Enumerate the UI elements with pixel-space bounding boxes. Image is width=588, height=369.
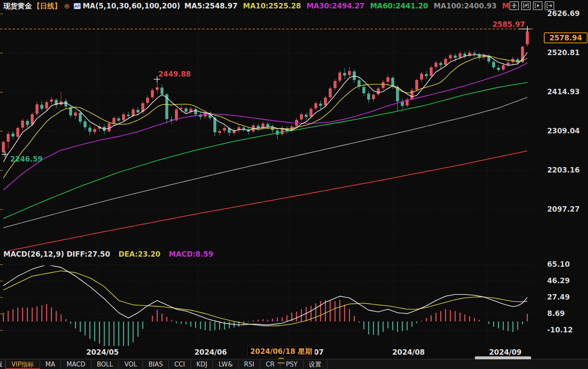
add-compare-icon[interactable]: ⊕ — [64, 2, 69, 10]
macd-axis-label: -10.12 — [547, 326, 588, 334]
candle — [526, 32, 529, 45]
mini-chart-icon — [74, 3, 81, 9]
candle — [88, 127, 91, 132]
candle — [261, 124, 264, 128]
candle — [136, 110, 139, 112]
ma-value-5: M — [502, 2, 509, 10]
candle — [218, 131, 221, 133]
candle — [434, 63, 437, 67]
candle — [79, 113, 82, 122]
candle — [223, 128, 226, 130]
exit-pane-icon[interactable] — [545, 1, 554, 10]
toolbar-tab-MACD[interactable]: MACD — [61, 360, 91, 369]
ma-value-4: MA100:2400.93 — [434, 2, 497, 10]
ma-values-row: MA5:2548.97MA10:2525.28MA30:2494.27MA60:… — [184, 2, 515, 10]
toolbar-tab-BIAS[interactable]: BIAS — [143, 360, 169, 369]
candle — [2, 142, 5, 153]
ma-value-1: MA10:2525.28 — [243, 2, 301, 10]
candle — [415, 80, 418, 90]
chart-header: 现货黄金 【日线】 ⊕ MA(5,10,30,60,100,200) MA5:2… — [0, 0, 588, 12]
pan-icon[interactable] — [509, 1, 519, 10]
candle — [314, 103, 317, 108]
symbol-title: 现货黄金 — [3, 1, 32, 11]
candle — [300, 114, 303, 119]
candle — [507, 63, 510, 65]
chart-plot-area[interactable]: 2585.97 2449.88 2246.59 2578.94 MACD(26,… — [0, 12, 588, 346]
candle — [266, 124, 269, 127]
candle — [324, 98, 327, 105]
toolbar-tab-RSI[interactable]: RSI — [239, 360, 260, 369]
candle — [26, 121, 29, 125]
candle — [449, 55, 452, 58]
candle — [473, 53, 476, 54]
candle — [367, 94, 370, 100]
candle — [502, 65, 505, 70]
macd-axis-label: 27.49 — [547, 293, 588, 301]
price-axis-label: 2203.16 — [547, 166, 588, 174]
candle — [160, 88, 163, 94]
ma-value-3: MA60:2441.20 — [370, 2, 428, 10]
candle — [16, 128, 19, 137]
candle — [444, 59, 447, 65]
candle — [112, 118, 115, 123]
toolbar-tab-VIP指标[interactable]: VIP指标 — [5, 360, 40, 369]
period-label: 【日线】 — [33, 1, 61, 11]
crosshair-date-tooltip: 2024/06/18 星期二 — [247, 346, 315, 356]
play-pane-icon[interactable] — [533, 1, 543, 10]
macd-axis-label: 46.29 — [547, 276, 588, 285]
candle — [439, 63, 442, 65]
candle — [497, 68, 500, 70]
toolbar-tab-设置[interactable]: 设置 — [303, 360, 327, 369]
candlestick-macd-canvas[interactable] — [0, 12, 588, 346]
date-axis-label: 2024/09 — [489, 348, 521, 356]
candle — [401, 102, 404, 106]
candle — [425, 74, 428, 76]
indicator-toolbar: 版 VIP指标MAMACDBOLLVOLBIASCCIKDJLW&RSICRPS… — [0, 359, 588, 369]
candle — [372, 95, 375, 99]
ma-params-label: MA(5,10,30,60,100,200) — [82, 2, 180, 10]
candle — [329, 88, 332, 97]
candle — [430, 67, 433, 76]
candle — [84, 121, 87, 127]
candle — [151, 90, 154, 98]
candle — [127, 115, 130, 117]
toolbar-tab-CCI[interactable]: CCI — [169, 360, 191, 369]
candle — [410, 90, 413, 99]
toolbar-clipped-item[interactable]: 版 — [0, 360, 5, 369]
candle — [50, 100, 53, 102]
candle — [93, 129, 96, 132]
date-axis-label: 2024/05 — [86, 348, 119, 356]
candle — [319, 104, 322, 106]
candle — [74, 112, 77, 116]
candle — [122, 114, 125, 120]
candle — [516, 59, 519, 63]
candle — [21, 121, 24, 128]
candle — [386, 77, 389, 82]
toolbar-tab-KDJ[interactable]: KDJ — [191, 360, 213, 369]
toolbar-tab-CR[interactable]: CR — [260, 360, 280, 369]
candle — [35, 104, 38, 114]
macd-params-diff-label: MACD(26,12,9) DIFF:27.50 — [3, 250, 110, 258]
candle-pane-icon[interactable] — [521, 1, 531, 10]
candle — [132, 109, 135, 116]
candle — [309, 109, 312, 117]
date-axis-label: 2024/06 — [194, 348, 227, 356]
toolbar-tab-MA[interactable]: MA — [40, 360, 61, 369]
horizontal-scrollbar-thumb[interactable] — [475, 356, 531, 359]
candle — [348, 71, 351, 75]
candle — [146, 98, 149, 103]
date-axis-label: 2024/08 — [392, 348, 425, 356]
candle — [185, 109, 188, 112]
toolbar-tab-VOL[interactable]: VOL — [119, 360, 143, 369]
macd-dea-label: DEA:23.20 — [118, 250, 160, 258]
candle — [11, 133, 14, 136]
candle — [358, 80, 361, 87]
candle — [117, 118, 120, 120]
candle — [492, 62, 495, 67]
price-axis-label: 2520.81 — [547, 48, 588, 57]
toolbar-tab-BOLL[interactable]: BOLL — [91, 360, 119, 369]
ma-value-2: MA30:2494.27 — [306, 2, 365, 10]
candle — [458, 53, 461, 58]
candle — [334, 81, 337, 88]
toolbar-tab-LW&[interactable]: LW& — [213, 360, 239, 369]
